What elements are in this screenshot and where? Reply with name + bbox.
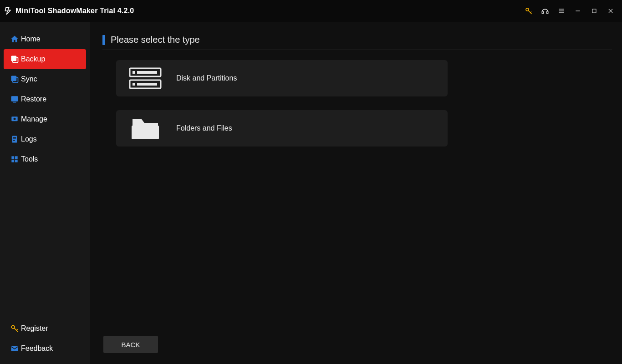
sidebar-item-label: Home	[21, 35, 41, 43]
svg-rect-7	[592, 9, 596, 13]
svg-rect-20	[13, 138, 16, 139]
svg-rect-24	[11, 160, 14, 162]
back-button-label: BACK	[122, 341, 140, 349]
svg-point-0	[526, 8, 529, 11]
sidebar-item-label: Logs	[21, 135, 37, 143]
svg-rect-32	[133, 83, 135, 86]
manage-icon	[8, 115, 21, 124]
svg-rect-19	[13, 137, 16, 138]
main-pane: Please select the type Disk and Partitio…	[90, 22, 622, 364]
maximize-icon[interactable]	[590, 7, 598, 15]
title-accent-bar	[102, 35, 105, 45]
back-button[interactable]: BACK	[103, 336, 158, 353]
svg-rect-29	[133, 71, 135, 74]
sidebar-item-home[interactable]: Home	[4, 29, 86, 49]
sidebar-item-backup[interactable]: Backup	[4, 49, 86, 69]
register-key-icon[interactable]	[525, 7, 533, 15]
title-bar: MiniTool ShadowMaker Trial 4.2.0	[0, 0, 622, 22]
svg-rect-25	[15, 160, 18, 162]
sidebar-item-label: Sync	[21, 75, 37, 83]
disk-icon	[129, 66, 162, 91]
sidebar-item-manage[interactable]: Manage	[4, 109, 86, 129]
svg-point-26	[11, 325, 15, 329]
sync-icon	[8, 75, 21, 84]
sidebar-item-label: Restore	[21, 95, 46, 103]
sidebar-item-logs[interactable]: Logs	[4, 129, 86, 149]
svg-rect-23	[15, 156, 18, 159]
sidebar-item-label: Register	[21, 324, 48, 333]
svg-rect-10	[11, 56, 17, 61]
mail-icon	[8, 344, 21, 353]
minimize-icon[interactable]	[574, 7, 582, 15]
section-header: Please select the type	[102, 35, 612, 50]
svg-rect-12	[11, 76, 17, 81]
option-disk-and-partitions[interactable]: Disk and Partitions	[116, 60, 448, 96]
close-icon[interactable]	[607, 7, 615, 15]
section-title: Please select the type	[111, 35, 200, 45]
app-title: MiniTool ShadowMaker Trial 4.2.0	[15, 7, 134, 15]
folder-icon	[129, 116, 162, 141]
svg-rect-14	[11, 96, 17, 101]
svg-rect-30	[137, 71, 157, 74]
tools-icon	[8, 155, 21, 164]
sidebar: Home Backup Sync	[0, 22, 90, 364]
sidebar-item-label: Tools	[21, 155, 38, 163]
svg-rect-1	[542, 11, 543, 14]
help-icon[interactable]	[541, 7, 549, 15]
option-label: Disk and Partitions	[176, 74, 237, 82]
backup-icon	[8, 55, 21, 64]
option-label: Folders and Files	[176, 124, 232, 132]
svg-point-17	[14, 118, 16, 120]
svg-rect-34	[132, 126, 159, 139]
sidebar-feedback[interactable]: Feedback	[4, 339, 86, 359]
app-logo-icon	[4, 6, 13, 15]
sidebar-item-label: Feedback	[21, 344, 53, 353]
sidebar-item-label: Backup	[21, 55, 45, 63]
restore-icon	[8, 95, 21, 104]
key-icon	[8, 324, 21, 333]
sidebar-register[interactable]: Register	[4, 318, 86, 339]
svg-rect-22	[11, 156, 14, 159]
home-icon	[8, 35, 21, 44]
svg-rect-21	[13, 140, 15, 141]
menu-icon[interactable]	[557, 7, 566, 15]
sidebar-item-label: Manage	[21, 115, 47, 123]
sidebar-item-tools[interactable]: Tools	[4, 149, 86, 169]
option-folders-and-files[interactable]: Folders and Files	[116, 110, 448, 147]
svg-rect-2	[547, 11, 548, 14]
sidebar-item-restore[interactable]: Restore	[4, 89, 86, 109]
sidebar-item-sync[interactable]: Sync	[4, 69, 86, 89]
svg-rect-33	[137, 83, 157, 86]
logs-icon	[8, 135, 21, 144]
window-actions	[525, 7, 618, 15]
